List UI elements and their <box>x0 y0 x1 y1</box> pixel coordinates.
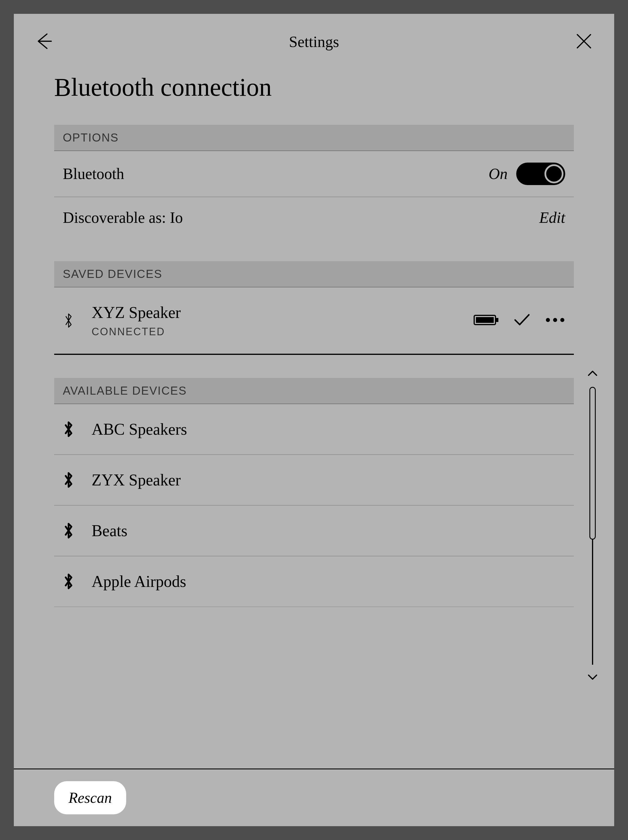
back-button[interactable] <box>34 31 54 52</box>
available-device-row[interactable]: ABC Speakers <box>54 404 574 455</box>
back-arrow-icon <box>34 31 54 51</box>
scroll-down-button[interactable] <box>587 673 598 682</box>
footer-bar: Rescan <box>14 769 614 826</box>
battery-icon <box>474 314 499 327</box>
device-status: CONNECTED <box>91 326 456 338</box>
available-device-row[interactable]: Beats <box>54 505 574 556</box>
title-bar: Settings <box>14 14 614 64</box>
page-heading: Bluetooth connection <box>54 73 574 102</box>
svg-point-4 <box>553 318 557 322</box>
available-device-row[interactable]: Apple Airpods <box>54 556 574 607</box>
available-device-row[interactable]: ZYX Speaker <box>54 455 574 505</box>
settings-window: Settings Bluetooth connection OPTIONS Bl… <box>14 14 614 826</box>
saved-device-row[interactable]: XYZ Speaker CONNECTED <box>54 287 574 355</box>
device-name: XYZ Speaker <box>91 303 456 322</box>
bluetooth-icon <box>63 421 74 437</box>
bluetooth-label: Bluetooth <box>63 165 124 183</box>
scroll-track[interactable] <box>592 387 593 665</box>
close-icon <box>574 31 594 51</box>
svg-point-3 <box>546 318 550 322</box>
close-button[interactable] <box>574 31 594 52</box>
discoverable-label: Discoverable as: Io <box>63 209 183 227</box>
bluetooth-icon <box>63 472 74 488</box>
device-name: Apple Airpods <box>91 572 186 591</box>
bluetooth-toggle[interactable] <box>516 163 565 185</box>
toggle-knob <box>545 164 563 183</box>
device-name: ABC Speakers <box>91 420 187 439</box>
svg-rect-1 <box>476 317 494 323</box>
more-options-button[interactable] <box>545 317 565 324</box>
bluetooth-icon <box>63 573 74 590</box>
bluetooth-state-text: On <box>489 165 508 183</box>
bluetooth-icon <box>63 522 74 539</box>
rescan-button[interactable]: Rescan <box>54 781 126 814</box>
edit-discoverable-button[interactable]: Edit <box>539 209 565 227</box>
scroll-thumb[interactable] <box>589 387 596 540</box>
chevron-up-icon <box>587 369 598 377</box>
saved-devices-section-header: SAVED DEVICES <box>54 261 574 287</box>
bluetooth-icon <box>63 312 74 329</box>
more-icon <box>545 317 565 323</box>
content-area: Bluetooth connection OPTIONS Bluetooth O… <box>14 64 614 769</box>
svg-rect-2 <box>496 318 498 322</box>
screen-title: Settings <box>289 33 339 51</box>
device-name: Beats <box>91 521 127 540</box>
scrollbar[interactable] <box>586 369 600 682</box>
bluetooth-toggle-row: Bluetooth On <box>54 151 574 197</box>
available-devices-section-header: AVAILABLE DEVICES <box>54 378 574 404</box>
discoverable-row: Discoverable as: Io Edit <box>54 197 574 238</box>
device-name: ZYX Speaker <box>91 471 181 489</box>
checkmark-icon <box>513 313 530 328</box>
chevron-down-icon <box>587 673 598 681</box>
options-section-header: OPTIONS <box>54 125 574 151</box>
scroll-up-button[interactable] <box>587 369 598 378</box>
svg-point-5 <box>560 318 564 322</box>
